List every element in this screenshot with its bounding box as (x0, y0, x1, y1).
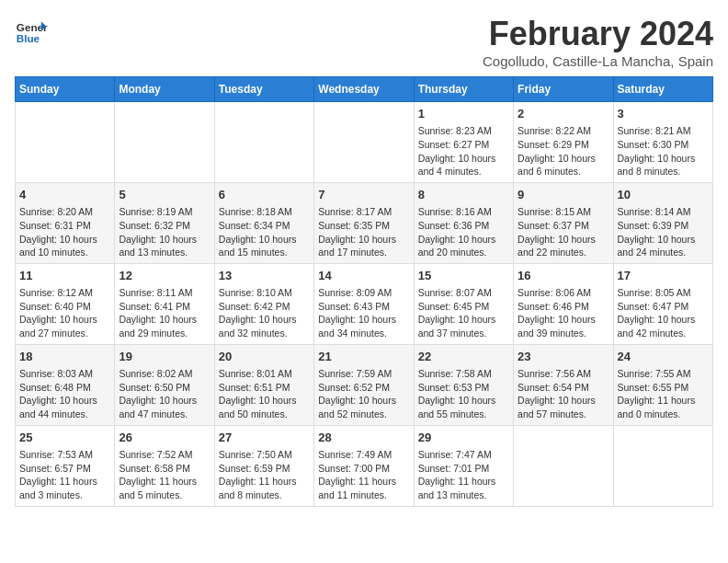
calendar-cell: 25Sunrise: 7:53 AM Sunset: 6:57 PM Dayli… (16, 425, 115, 506)
header-day-monday: Monday (115, 77, 214, 102)
day-info: Sunrise: 8:21 AM Sunset: 6:30 PM Dayligh… (618, 124, 709, 178)
calendar-cell: 28Sunrise: 7:49 AM Sunset: 7:00 PM Dayli… (314, 425, 414, 506)
day-number: 29 (418, 430, 509, 446)
calendar-cell: 6Sunrise: 8:18 AM Sunset: 6:34 PM Daylig… (214, 182, 313, 263)
day-info: Sunrise: 8:10 AM Sunset: 6:42 PM Dayligh… (219, 286, 310, 340)
calendar-cell: 13Sunrise: 8:10 AM Sunset: 6:42 PM Dayli… (214, 263, 313, 344)
day-info: Sunrise: 7:53 AM Sunset: 6:57 PM Dayligh… (19, 448, 110, 502)
day-info: Sunrise: 8:03 AM Sunset: 6:48 PM Dayligh… (19, 367, 110, 421)
day-number: 11 (19, 268, 110, 284)
calendar-cell: 2Sunrise: 8:22 AM Sunset: 6:29 PM Daylig… (514, 102, 613, 183)
day-number: 13 (219, 268, 310, 284)
day-info: Sunrise: 8:02 AM Sunset: 6:50 PM Dayligh… (119, 367, 210, 421)
calendar-cell: 21Sunrise: 7:59 AM Sunset: 6:52 PM Dayli… (314, 344, 414, 425)
svg-text:Blue: Blue (17, 32, 40, 44)
calendar-week-row: 11Sunrise: 8:12 AM Sunset: 6:40 PM Dayli… (16, 263, 713, 344)
day-info: Sunrise: 8:12 AM Sunset: 6:40 PM Dayligh… (19, 286, 110, 340)
day-number: 10 (618, 187, 709, 203)
calendar-cell: 10Sunrise: 8:14 AM Sunset: 6:39 PM Dayli… (613, 182, 712, 263)
day-number: 15 (418, 268, 509, 284)
day-info: Sunrise: 8:05 AM Sunset: 6:47 PM Dayligh… (618, 286, 709, 340)
day-info: Sunrise: 8:06 AM Sunset: 6:46 PM Dayligh… (518, 286, 609, 340)
header-day-saturday: Saturday (613, 77, 712, 102)
calendar-week-row: 25Sunrise: 7:53 AM Sunset: 6:57 PM Dayli… (16, 425, 713, 506)
day-info: Sunrise: 8:11 AM Sunset: 6:41 PM Dayligh… (119, 286, 210, 340)
day-number: 17 (618, 268, 709, 284)
calendar-cell: 23Sunrise: 7:56 AM Sunset: 6:54 PM Dayli… (514, 344, 613, 425)
calendar-cell (613, 425, 712, 506)
calendar-cell: 20Sunrise: 8:01 AM Sunset: 6:51 PM Dayli… (214, 344, 313, 425)
header-day-sunday: Sunday (16, 77, 115, 102)
day-info: Sunrise: 7:55 AM Sunset: 6:55 PM Dayligh… (618, 367, 709, 421)
day-number: 22 (418, 349, 509, 365)
day-info: Sunrise: 7:50 AM Sunset: 6:59 PM Dayligh… (219, 448, 310, 502)
day-number: 24 (618, 349, 709, 365)
calendar-cell: 19Sunrise: 8:02 AM Sunset: 6:50 PM Dayli… (115, 344, 214, 425)
day-number: 2 (518, 106, 609, 122)
calendar-cell: 15Sunrise: 8:07 AM Sunset: 6:45 PM Dayli… (414, 263, 513, 344)
calendar-cell: 5Sunrise: 8:19 AM Sunset: 6:32 PM Daylig… (115, 182, 214, 263)
day-number: 14 (318, 268, 409, 284)
day-number: 9 (518, 187, 609, 203)
day-number: 25 (19, 430, 110, 446)
calendar-cell: 7Sunrise: 8:17 AM Sunset: 6:35 PM Daylig… (314, 182, 414, 263)
day-info: Sunrise: 8:14 AM Sunset: 6:39 PM Dayligh… (618, 205, 709, 259)
calendar-cell: 16Sunrise: 8:06 AM Sunset: 6:46 PM Dayli… (514, 263, 613, 344)
page-title: February 2024 (483, 15, 713, 53)
calendar-table: SundayMondayTuesdayWednesdayThursdayFrid… (15, 76, 713, 507)
calendar-cell: 8Sunrise: 8:16 AM Sunset: 6:36 PM Daylig… (414, 182, 513, 263)
day-number: 5 (119, 187, 210, 203)
day-info: Sunrise: 8:18 AM Sunset: 6:34 PM Dayligh… (219, 205, 310, 259)
day-number: 3 (618, 106, 709, 122)
day-number: 7 (318, 187, 409, 203)
header-day-tuesday: Tuesday (214, 77, 313, 102)
page-header: General Blue February 2024 Cogolludo, Ca… (15, 15, 713, 69)
day-number: 16 (518, 268, 609, 284)
header-day-friday: Friday (514, 77, 613, 102)
day-number: 27 (219, 430, 310, 446)
calendar-cell: 26Sunrise: 7:52 AM Sunset: 6:58 PM Dayli… (115, 425, 214, 506)
day-number: 19 (119, 349, 210, 365)
day-info: Sunrise: 8:23 AM Sunset: 6:27 PM Dayligh… (418, 124, 509, 178)
calendar-cell (115, 102, 214, 183)
calendar-cell: 4Sunrise: 8:20 AM Sunset: 6:31 PM Daylig… (16, 182, 115, 263)
day-info: Sunrise: 8:19 AM Sunset: 6:32 PM Dayligh… (119, 205, 210, 259)
day-info: Sunrise: 8:07 AM Sunset: 6:45 PM Dayligh… (418, 286, 509, 340)
calendar-week-row: 18Sunrise: 8:03 AM Sunset: 6:48 PM Dayli… (16, 344, 713, 425)
day-number: 23 (518, 349, 609, 365)
calendar-cell: 24Sunrise: 7:55 AM Sunset: 6:55 PM Dayli… (613, 344, 712, 425)
calendar-cell: 12Sunrise: 8:11 AM Sunset: 6:41 PM Dayli… (115, 263, 214, 344)
day-number: 28 (318, 430, 409, 446)
calendar-cell: 14Sunrise: 8:09 AM Sunset: 6:43 PM Dayli… (314, 263, 414, 344)
day-number: 12 (119, 268, 210, 284)
day-info: Sunrise: 7:58 AM Sunset: 6:53 PM Dayligh… (418, 367, 509, 421)
day-info: Sunrise: 8:01 AM Sunset: 6:51 PM Dayligh… (219, 367, 310, 421)
calendar-header-row: SundayMondayTuesdayWednesdayThursdayFrid… (16, 77, 713, 102)
day-number: 20 (219, 349, 310, 365)
calendar-cell (514, 425, 613, 506)
day-info: Sunrise: 7:52 AM Sunset: 6:58 PM Dayligh… (119, 448, 210, 502)
calendar-cell (214, 102, 313, 183)
calendar-cell: 11Sunrise: 8:12 AM Sunset: 6:40 PM Dayli… (16, 263, 115, 344)
day-info: Sunrise: 8:17 AM Sunset: 6:35 PM Dayligh… (318, 205, 409, 259)
logo-icon: General Blue (15, 15, 48, 48)
title-block: February 2024 Cogolludo, Castille-La Man… (483, 15, 713, 69)
day-number: 26 (119, 430, 210, 446)
day-info: Sunrise: 8:20 AM Sunset: 6:31 PM Dayligh… (19, 205, 110, 259)
header-day-wednesday: Wednesday (314, 77, 414, 102)
calendar-cell (314, 102, 414, 183)
logo: General Blue (15, 15, 48, 48)
day-number: 8 (418, 187, 509, 203)
day-info: Sunrise: 8:16 AM Sunset: 6:36 PM Dayligh… (418, 205, 509, 259)
calendar-week-row: 1Sunrise: 8:23 AM Sunset: 6:27 PM Daylig… (16, 102, 713, 183)
day-info: Sunrise: 8:09 AM Sunset: 6:43 PM Dayligh… (318, 286, 409, 340)
day-number: 18 (19, 349, 110, 365)
header-day-thursday: Thursday (414, 77, 513, 102)
calendar-cell: 18Sunrise: 8:03 AM Sunset: 6:48 PM Dayli… (16, 344, 115, 425)
calendar-week-row: 4Sunrise: 8:20 AM Sunset: 6:31 PM Daylig… (16, 182, 713, 263)
day-number: 4 (19, 187, 110, 203)
calendar-cell: 1Sunrise: 8:23 AM Sunset: 6:27 PM Daylig… (414, 102, 513, 183)
day-info: Sunrise: 8:22 AM Sunset: 6:29 PM Dayligh… (518, 124, 609, 178)
calendar-cell: 22Sunrise: 7:58 AM Sunset: 6:53 PM Dayli… (414, 344, 513, 425)
calendar-cell: 3Sunrise: 8:21 AM Sunset: 6:30 PM Daylig… (613, 102, 712, 183)
